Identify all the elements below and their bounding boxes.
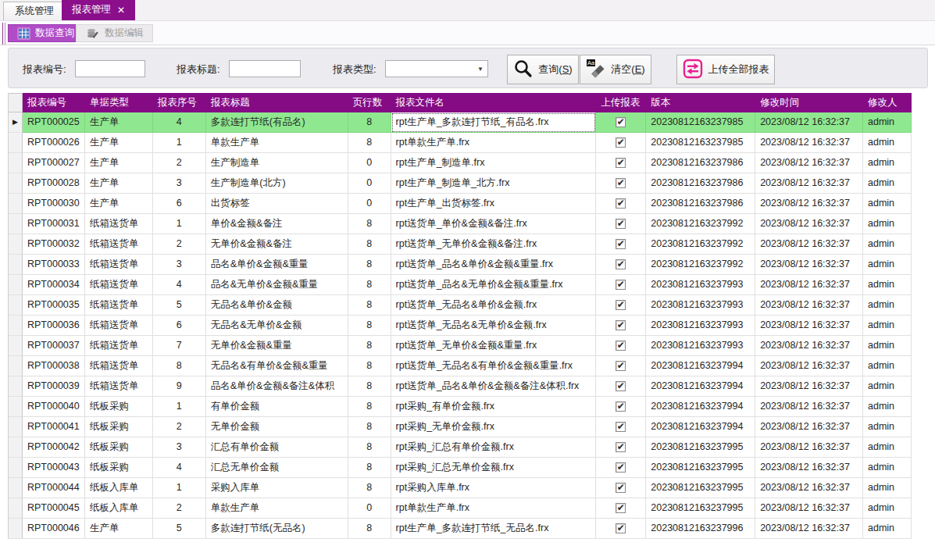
table-row[interactable]: RPT000034纸箱送货单4品名&无单价&金额&重量8rpt送货单_品名&无单… (9, 275, 912, 295)
cell-modified-time[interactable]: 2023/08/12 16:32:37 (755, 112, 863, 133)
cell-page-rows[interactable]: 8 (348, 376, 391, 397)
cell-modified-by[interactable]: admin (863, 194, 912, 214)
cell-report-no[interactable]: RPT000042 (23, 437, 85, 458)
cell-uploaded[interactable]: ✔ (596, 437, 646, 458)
cell-page-rows[interactable]: 0 (348, 173, 391, 194)
cell-title[interactable]: 汇总有单价金额 (206, 437, 348, 458)
cell-report-no[interactable]: RPT000043 (23, 458, 85, 478)
cell-modified-time[interactable]: 2023/08/12 16:32:37 (755, 478, 863, 498)
cell-report-no[interactable]: RPT000039 (23, 376, 85, 397)
table-row[interactable]: RPT000033纸箱送货单3品名&单价&金额&重量8rpt送货单_品名&单价&… (9, 255, 912, 275)
cell-modified-by[interactable]: admin (863, 478, 912, 498)
cell-page-rows[interactable]: 8 (348, 295, 391, 316)
cell-title[interactable]: 品名&无单价&金额&重量 (206, 275, 348, 295)
tab-report-management[interactable]: 报表管理 ✕ (62, 0, 135, 20)
cell-page-rows[interactable]: 8 (348, 437, 391, 458)
cell-modified-time[interactable]: 2023/08/12 16:32:37 (755, 376, 863, 397)
cell-doc-type[interactable]: 纸箱送货单 (85, 376, 153, 397)
cell-file[interactable]: rpt送货单_品名&单价&金额&重量.frx (391, 255, 597, 275)
cell-modified-by[interactable]: admin (863, 376, 912, 397)
cell-page-rows[interactable]: 8 (348, 458, 391, 478)
cell-modified-time[interactable]: 2023/08/12 16:32:37 (755, 498, 863, 519)
report-type-select[interactable]: ▼ (385, 60, 488, 77)
cell-seq[interactable]: 3 (153, 255, 206, 275)
cell-page-rows[interactable]: 8 (348, 356, 391, 376)
cell-version[interactable]: 20230812163237995 (646, 458, 755, 478)
cell-uploaded[interactable]: ✔ (596, 356, 646, 376)
table-row[interactable]: ▶RPT000025生产单4多款连打节纸(有品名)8rpt生产单_多款连打节纸_… (9, 112, 912, 133)
cell-title[interactable]: 品名&单价&金额&备注&体积 (206, 376, 348, 397)
cell-modified-by[interactable]: admin (863, 417, 912, 437)
cell-modified-by[interactable]: admin (863, 336, 912, 356)
table-row[interactable]: RPT000028生产单3生产制造单(北方)0rpt生产单_制造单_北方.frx… (9, 173, 912, 194)
tab-data-edit[interactable]: 数据编辑 (76, 24, 153, 42)
cell-modified-time[interactable]: 2023/08/12 16:32:37 (755, 173, 863, 194)
cell-uploaded[interactable]: ✔ (596, 234, 646, 255)
cell-uploaded[interactable]: ✔ (596, 336, 646, 356)
cell-modified-by[interactable]: admin (863, 295, 912, 316)
cell-seq[interactable]: 2 (153, 234, 206, 255)
tab-system-management[interactable]: 系统管理 (3, 2, 66, 20)
cell-uploaded[interactable]: ✔ (596, 275, 646, 295)
cell-seq[interactable]: 2 (153, 153, 206, 173)
column-header-report-no[interactable]: 报表编号 (23, 93, 85, 112)
cell-modified-time[interactable]: 2023/08/12 16:32:37 (755, 397, 863, 417)
column-header-title[interactable]: 报表标题 (206, 93, 348, 112)
cell-modified-by[interactable]: admin (863, 458, 912, 478)
cell-doc-type[interactable]: 生产单 (85, 112, 153, 133)
row-selector[interactable] (9, 478, 23, 498)
table-row[interactable]: RPT000045纸板入库单2单款生产单0rpt单款生产单.frx✔202308… (9, 498, 912, 519)
cell-seq[interactable]: 3 (153, 437, 206, 458)
cell-seq[interactable]: 1 (153, 133, 206, 153)
upload-checkbox[interactable]: ✔ (616, 158, 626, 168)
upload-checkbox[interactable]: ✔ (616, 401, 626, 412)
cell-version[interactable]: 20230812163237995 (646, 437, 755, 458)
cell-uploaded[interactable]: ✔ (596, 173, 646, 194)
cell-modified-time[interactable]: 2023/08/12 16:32:37 (755, 417, 863, 437)
cell-modified-time[interactable]: 2023/08/12 16:32:37 (755, 275, 863, 295)
column-header-page-rows[interactable]: 页行数 (348, 93, 391, 112)
cell-doc-type[interactable]: 纸箱送货单 (85, 316, 153, 336)
cell-version[interactable]: 20230812163237995 (646, 478, 755, 498)
cell-doc-type[interactable]: 纸板采购 (85, 397, 153, 417)
column-header-seq[interactable]: 报表序号 (153, 93, 206, 112)
row-selector[interactable] (9, 275, 23, 295)
cell-file[interactable]: rpt生产单_多款连打节纸_无品名.frx (391, 519, 597, 539)
cell-page-rows[interactable]: 8 (348, 275, 391, 295)
cell-page-rows[interactable]: 8 (348, 417, 391, 437)
cell-version[interactable]: 20230812163237992 (646, 234, 755, 255)
row-selector[interactable] (9, 234, 23, 255)
cell-uploaded[interactable]: ✔ (596, 255, 646, 275)
table-row[interactable]: RPT000039纸箱送货单9品名&单价&金额&备注&体积8rpt送货单_品名&… (9, 376, 912, 397)
cell-version[interactable]: 20230812163237992 (646, 214, 755, 234)
cell-file[interactable]: rpt采购_汇总无单价金额.frx (391, 458, 597, 478)
cell-seq[interactable]: 4 (153, 458, 206, 478)
upload-checkbox[interactable]: ✔ (616, 300, 626, 310)
cell-seq[interactable]: 6 (153, 194, 206, 214)
clear-button[interactable]: Aa 清空(E) (580, 55, 651, 84)
cell-page-rows[interactable]: 8 (348, 336, 391, 356)
table-row[interactable]: RPT000036纸箱送货单6无品名&无单价&金额8rpt送货单_无品名&无单价… (9, 316, 912, 336)
cell-page-rows[interactable]: 8 (348, 214, 391, 234)
cell-file[interactable]: rpt生产单_制造单.frx (391, 153, 597, 173)
column-header-file[interactable]: 报表文件名 (391, 93, 597, 112)
cell-title[interactable]: 无品名&单价&金额 (206, 295, 348, 316)
cell-version[interactable]: 20230812163237994 (646, 417, 755, 437)
cell-seq[interactable]: 4 (153, 275, 206, 295)
table-row[interactable]: RPT000031纸箱送货单1单价&金额&备注8rpt送货单_单价&金额&备注.… (9, 214, 912, 234)
cell-version[interactable]: 20230812163237995 (646, 498, 755, 519)
cell-modified-by[interactable]: admin (863, 275, 912, 295)
cell-modified-time[interactable]: 2023/08/12 16:32:37 (755, 519, 863, 539)
cell-report-no[interactable]: RPT000038 (23, 356, 85, 376)
cell-version[interactable]: 20230812163237994 (646, 397, 755, 417)
cell-file[interactable]: rpt采购_无单价金额.frx (391, 417, 597, 437)
upload-checkbox[interactable]: ✔ (616, 280, 626, 290)
cell-doc-type[interactable]: 纸板采购 (85, 437, 153, 458)
cell-modified-by[interactable]: admin (863, 133, 912, 153)
cell-file[interactable]: rpt送货单_无单价&金额&备注.frx (391, 234, 597, 255)
row-selector[interactable] (9, 336, 23, 356)
table-row[interactable]: RPT000030生产单6出货标签0rpt生产单_出货标签.frx✔202308… (9, 194, 912, 214)
row-selector[interactable] (9, 417, 23, 437)
cell-uploaded[interactable]: ✔ (596, 295, 646, 316)
cell-uploaded[interactable]: ✔ (596, 133, 646, 153)
